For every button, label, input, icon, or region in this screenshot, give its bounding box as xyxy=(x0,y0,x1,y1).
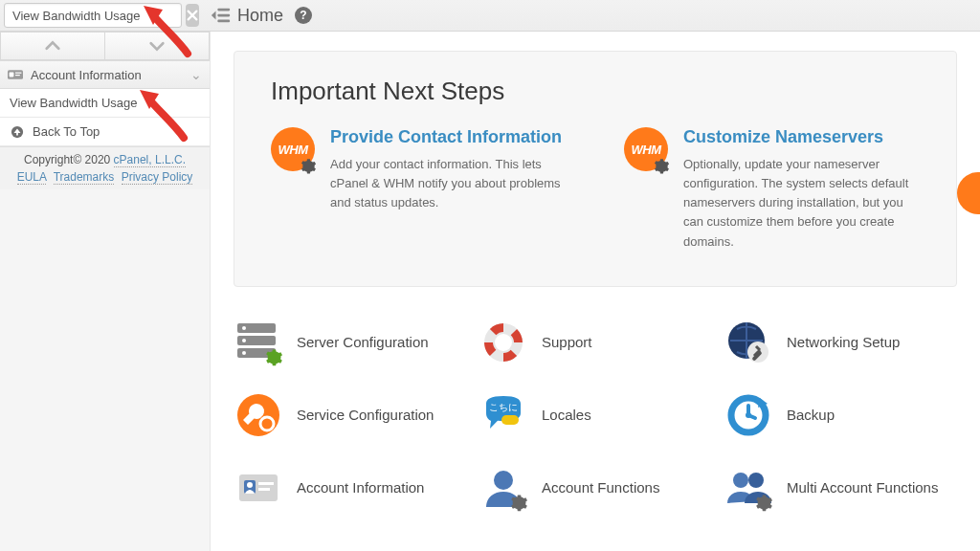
globe-icon xyxy=(725,320,771,365)
step-description: Add your contact information. This lets … xyxy=(330,155,567,212)
step-heading[interactable]: Customize Nameservers xyxy=(683,127,920,147)
category-account-information[interactable]: Account Information xyxy=(235,465,461,511)
speech-bubble-icon: こちに xyxy=(480,392,526,438)
svg-rect-28 xyxy=(258,488,270,491)
category-grid: Server Configuration Support xyxy=(234,314,957,511)
svg-rect-1 xyxy=(217,14,230,17)
help-button[interactable]: ? xyxy=(295,7,312,24)
whm-badge-icon: WHM xyxy=(271,127,315,171)
whm-badge-icon xyxy=(957,172,980,214)
svg-rect-22 xyxy=(501,415,519,425)
sidebar-group-label: Account Information xyxy=(31,68,183,82)
svg-rect-6 xyxy=(15,75,20,76)
svg-rect-2 xyxy=(217,20,230,23)
step-description: Optionally, update your nameserver confi… xyxy=(683,155,920,252)
gear-icon xyxy=(754,494,773,513)
users-gear-icon xyxy=(725,465,771,511)
company-link[interactable]: cPanel, L.L.C. xyxy=(114,153,186,167)
svg-point-30 xyxy=(733,473,748,488)
chevron-up-icon xyxy=(44,39,61,53)
category-multi-account-functions[interactable]: Multi Account Functions xyxy=(725,465,951,511)
category-label: Service Configuration xyxy=(297,407,434,423)
user-gear-icon xyxy=(480,465,526,511)
svg-point-31 xyxy=(748,473,764,488)
footer-link-eula[interactable]: EULA xyxy=(17,170,47,185)
svg-point-29 xyxy=(494,471,513,490)
category-networking-setup[interactable]: Networking Setup xyxy=(725,320,951,365)
clock-arrow-icon xyxy=(725,392,771,438)
chevron-down-icon: ⌄ xyxy=(190,67,202,82)
svg-point-11 xyxy=(242,326,246,330)
server-config-icon xyxy=(235,320,281,365)
card-title: Important Next Steps xyxy=(271,77,920,106)
next-steps-card: Important Next Steps WHM Provide Contact… xyxy=(234,51,957,287)
gear-icon xyxy=(653,158,670,175)
category-label: Locales xyxy=(542,407,591,423)
category-server-configuration[interactable]: Server Configuration xyxy=(235,320,461,365)
category-label: Support xyxy=(542,334,592,350)
account-card-icon xyxy=(8,68,23,81)
collapse-all-button[interactable] xyxy=(0,32,104,60)
arrow-up-icon xyxy=(10,124,25,140)
account-card-icon xyxy=(235,465,281,511)
step-customize-nameservers: WHM Customize Nameservers Optionally, up… xyxy=(624,127,920,252)
sidebar-item-label: View Bandwidth Usage xyxy=(10,96,137,110)
menu-toggle-button[interactable] xyxy=(211,7,232,24)
svg-point-15 xyxy=(495,334,512,351)
svg-text:こちに: こちに xyxy=(489,402,518,412)
step-provide-contact-information: WHM Provide Contact Information Add your… xyxy=(271,127,567,252)
category-label: Account Information xyxy=(297,479,424,496)
sidebar-footer: Copyright© 2020 cPanel, L.L.C. EULA Trad… xyxy=(0,146,210,189)
main-content: Important Next Steps WHM Provide Contact… xyxy=(211,32,980,551)
category-label: Multi Account Functions xyxy=(787,479,938,496)
gear-icon xyxy=(300,158,317,175)
category-support[interactable]: Support xyxy=(480,320,706,365)
breadcrumb-current[interactable]: Home xyxy=(237,6,283,26)
category-backup[interactable]: Backup xyxy=(725,392,951,438)
svg-point-12 xyxy=(242,339,246,342)
footer-links: EULA Trademarks Privacy Policy xyxy=(8,170,202,184)
gear-icon xyxy=(509,494,528,513)
svg-point-26 xyxy=(247,482,253,488)
svg-rect-27 xyxy=(258,482,274,485)
svg-point-13 xyxy=(242,351,246,355)
svg-rect-5 xyxy=(15,73,21,74)
breadcrumb: Home ? xyxy=(201,0,312,31)
category-label: Backup xyxy=(787,407,835,423)
category-locales[interactable]: こちに Locales xyxy=(480,392,706,438)
footer-link-privacy[interactable]: Privacy Policy xyxy=(122,170,193,185)
annotation-arrow-icon xyxy=(136,84,189,143)
category-label: Account Functions xyxy=(542,479,659,496)
svg-rect-0 xyxy=(217,9,230,11)
category-label: Networking Setup xyxy=(787,334,900,350)
wrench-gear-icon xyxy=(235,392,281,438)
sidebar-item-label: Back To Top xyxy=(33,124,100,139)
category-service-configuration[interactable]: Service Configuration xyxy=(235,392,461,438)
copyright-line: Copyright© 2020 cPanel, L.L.C. xyxy=(8,153,202,166)
gear-icon xyxy=(264,348,283,367)
footer-link-trademarks[interactable]: Trademarks xyxy=(54,170,115,185)
annotation-arrow-icon xyxy=(140,0,193,59)
category-account-functions[interactable]: Account Functions xyxy=(480,465,706,511)
category-label: Server Configuration xyxy=(297,334,429,350)
step-heading[interactable]: Provide Contact Information xyxy=(330,127,567,147)
svg-rect-4 xyxy=(10,73,14,77)
lifebuoy-icon xyxy=(480,320,526,365)
hamburger-arrow-icon xyxy=(211,7,232,24)
whm-badge-icon: WHM xyxy=(624,127,668,171)
